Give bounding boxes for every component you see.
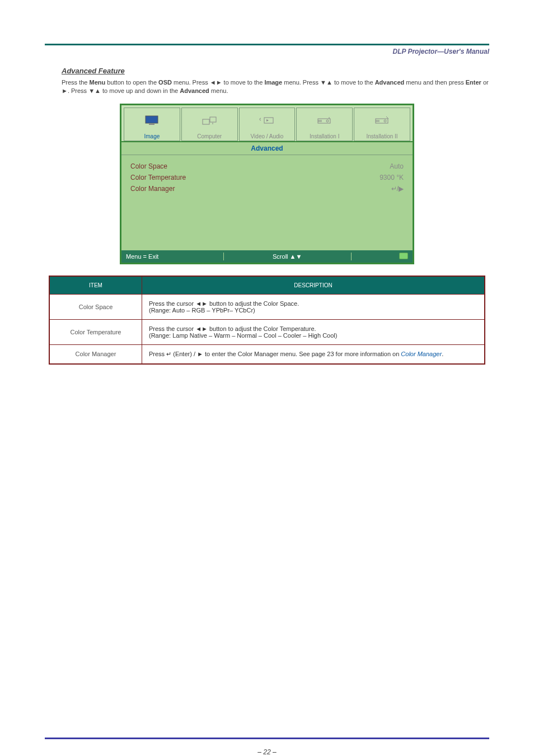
- enter-icon: ↵: [166, 351, 171, 357]
- footer-rule: [45, 738, 489, 739]
- osd-screenshot: Image Computer Video / Audio Installatio…: [120, 104, 414, 264]
- osd-tab-installation-1[interactable]: Installation I: [296, 108, 353, 141]
- table-desc-cell: Press ↵ (Enter) / ► to enter the Color M…: [142, 344, 485, 364]
- table-header-item: ITEM: [49, 276, 142, 295]
- osd-scroll-hint: Scroll ▲▼: [266, 253, 308, 260]
- description-table: ITEM DESCRIPTION Color Space Press the c…: [49, 276, 485, 365]
- osd-row-color-manager[interactable]: Color Manager ↵/▶: [130, 183, 404, 194]
- section-heading: Advanced Feature: [62, 67, 534, 75]
- table-desc-cell: Press the cursor ◄► button to adjust the…: [142, 294, 485, 319]
- svg-rect-2: [203, 119, 209, 124]
- table-row: Color Space Press the cursor ◄► button t…: [49, 294, 485, 319]
- osd-row-color-space[interactable]: Color Space Auto: [130, 161, 404, 172]
- monitor-icon: [124, 108, 180, 133]
- osd-footer: Menu = Exit Scroll ▲▼: [121, 250, 413, 263]
- osd-tab-bar: Image Computer Video / Audio Installatio…: [121, 105, 413, 142]
- table-row: Color Manager Press ↵ (Enter) / ► to ent…: [49, 344, 485, 364]
- color-manager-link[interactable]: Color Manager: [401, 351, 442, 357]
- osd-row-label: Color Temperature: [130, 174, 186, 181]
- page-header-title: DLP Projector—User's Manual: [0, 48, 489, 55]
- osd-submenu-title: Advanced: [121, 142, 413, 155]
- osd-tab-video-audio[interactable]: Video / Audio: [239, 108, 296, 141]
- osd-menu-exit-hint: Menu = Exit: [126, 253, 181, 260]
- osd-row-color-temperature[interactable]: Color Temperature 9300 °K: [130, 172, 404, 183]
- table-item-cell: Color Temperature: [49, 319, 142, 344]
- table-item-cell: Color Manager: [49, 344, 142, 364]
- osd-row-label: Color Space: [130, 162, 167, 170]
- svg-rect-1: [149, 124, 154, 125]
- section-instructions: Press the Menu button to open the OSD me…: [62, 78, 489, 96]
- osd-tab-installation-2[interactable]: Installation II: [354, 108, 410, 141]
- projector-icon: [297, 108, 352, 133]
- lamp-indicator-icon: [399, 253, 408, 259]
- page-number: – 22 –: [0, 748, 534, 756]
- svg-rect-3: [210, 117, 216, 122]
- osd-row-value: 9300 °K: [380, 174, 404, 181]
- table-header-description: DESCRIPTION: [142, 276, 485, 295]
- osd-tab-image[interactable]: Image: [124, 108, 180, 141]
- svg-point-12: [384, 120, 386, 122]
- table-desc-cell: Press the cursor ◄► button to adjust the…: [142, 319, 485, 344]
- projector-tool-icon: [354, 108, 410, 133]
- svg-point-7: [326, 120, 329, 122]
- computer-icon: [182, 108, 237, 133]
- table-row: Color Temperature Press the cursor ◄► bu…: [49, 319, 485, 344]
- osd-body: Color Space Auto Color Temperature 9300 …: [121, 155, 413, 250]
- osd-row-value: Auto: [390, 162, 404, 170]
- svg-rect-0: [146, 116, 158, 123]
- osd-tab-computer[interactable]: Computer: [181, 108, 238, 141]
- table-item-cell: Color Space: [49, 294, 142, 319]
- video-audio-icon: [240, 108, 295, 133]
- osd-row-label: Color Manager: [130, 185, 175, 193]
- enter-arrow-icon: ↵/▶: [391, 185, 404, 193]
